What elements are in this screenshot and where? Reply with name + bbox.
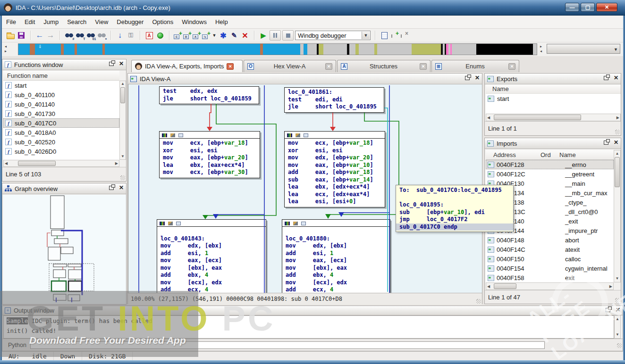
make-name-icon[interactable]: A+ <box>193 32 201 40</box>
tab-ida-view[interactable]: IDA View-A, Exports, Imports ✕ <box>131 60 243 72</box>
jump-locked-icon[interactable]: ⚿ <box>126 31 135 40</box>
navigation-band[interactable]: ⇓ <box>18 43 537 55</box>
tab-enums[interactable]: ≣ Enums ✕ <box>431 60 519 72</box>
add-breakpoint-icon[interactable]: + <box>390 32 398 40</box>
edit-icon[interactable]: ✎ <box>229 31 239 40</box>
imports-vscrollbar[interactable]: ▲ ▼ <box>614 150 621 282</box>
table-row[interactable]: 0040F128 __errno <box>486 160 614 169</box>
open-file-icon[interactable] <box>6 31 15 40</box>
search-text-icon[interactable]: T <box>75 31 84 40</box>
chevron-down-icon[interactable]: ▼ <box>362 32 370 39</box>
float-icon[interactable] <box>109 62 114 66</box>
add-xref-icon[interactable]: ✱ <box>219 31 228 40</box>
scrollbar-thumb[interactable] <box>615 157 620 187</box>
menu-file[interactable]: File <box>2 17 20 27</box>
resize-grip[interactable] <box>617 343 622 348</box>
table-row[interactable]: 0040F150 calloc <box>486 254 614 264</box>
scroll-right-icon[interactable]: ▶ <box>609 284 612 290</box>
list-item[interactable]: f sub_0_401100 <box>3 90 119 99</box>
float-icon[interactable] <box>465 76 470 80</box>
scroll-left-icon[interactable]: ◀ <box>487 284 490 290</box>
exports-column-header[interactable]: Name <box>486 84 621 94</box>
scroll-right-icon[interactable]: ▶ <box>617 115 619 121</box>
float-icon[interactable] <box>604 141 608 145</box>
functions-column-header[interactable]: Function name <box>3 71 119 81</box>
tab-structures[interactable]: A Structures ✕ <box>337 60 431 72</box>
set-colors-icon[interactable]: A <box>144 31 154 40</box>
table-row[interactable]: 0040F12C __getreent <box>486 169 614 179</box>
resize-grip[interactable] <box>120 175 125 180</box>
python-input[interactable] <box>30 341 545 349</box>
delete-icon[interactable]: ✕ <box>240 31 250 40</box>
scroll-up-icon[interactable]: ▲ <box>614 151 620 157</box>
breakpoint-list-icon[interactable] <box>380 31 389 40</box>
search-next-icon[interactable]: » <box>97 31 106 40</box>
make-code-icon[interactable]: C+ <box>174 32 182 40</box>
resize-grip[interactable] <box>615 298 620 303</box>
output-vscrollbar[interactable]: ▲ ▼ <box>614 315 621 339</box>
scrollbar-thumb[interactable] <box>494 283 516 289</box>
functions-vscrollbar[interactable]: ▲ ▼ <box>119 81 126 160</box>
list-item[interactable]: f start <box>3 81 119 90</box>
nav-scroll-left-icon[interactable]: ▸ <box>540 44 542 49</box>
scroll-left-icon[interactable]: ◀ <box>5 161 8 166</box>
table-row[interactable]: 0040F148 abort <box>486 235 614 245</box>
functions-hscrollbar[interactable]: ◀ ▶ <box>3 160 119 167</box>
float-icon[interactable] <box>109 186 114 190</box>
menu-options[interactable]: Options <box>148 17 177 27</box>
list-item[interactable]: f sub_0_402520 <box>3 137 119 147</box>
table-row[interactable]: 0040F154 cygwin_internal <box>486 264 614 273</box>
scroll-down-icon[interactable]: ▼ <box>120 154 126 159</box>
close-icon[interactable]: ✕ <box>614 140 618 145</box>
scrollbar-thumb[interactable] <box>494 115 581 120</box>
navigate-forward-icon[interactable]: → <box>46 31 55 40</box>
close-button[interactable]: ✕ <box>596 3 617 12</box>
scroll-up-icon[interactable]: ▲ <box>120 81 126 87</box>
debugger-select[interactable]: Windbg debugger ▼ <box>295 31 371 40</box>
column-name[interactable]: Name <box>559 151 576 158</box>
minimize-button[interactable]: — <box>565 3 579 12</box>
imports-hscrollbar[interactable]: ◀ ▶ <box>486 282 614 290</box>
table-row[interactable]: 0040F158 exit <box>486 273 614 282</box>
save-icon[interactable] <box>17 31 26 40</box>
search-binary-icon[interactable]: 01 <box>86 31 95 40</box>
debugger-start-icon[interactable]: ▶ <box>259 31 268 40</box>
scroll-down-icon[interactable]: ▼ <box>615 332 620 338</box>
close-icon[interactable]: ✕ <box>119 185 124 190</box>
menu-edit[interactable]: Edit <box>20 17 39 27</box>
menu-jump[interactable]: Jump <box>39 17 63 27</box>
run-analysis-icon[interactable] <box>155 31 165 40</box>
graph-overview-canvas[interactable] <box>3 195 126 304</box>
nav-handle-up-icon[interactable]: ◂ <box>5 44 7 49</box>
imports-column-headers[interactable]: Address Ord Name <box>486 150 614 160</box>
close-icon[interactable]: ✕ <box>420 63 427 70</box>
close-icon[interactable]: ✕ <box>614 75 618 80</box>
table-row[interactable]: 0040F14C atexit <box>486 245 614 254</box>
resize-grip[interactable] <box>476 299 481 304</box>
search-immediate-icon[interactable]: # <box>64 31 74 40</box>
close-icon[interactable]: ✕ <box>616 307 620 312</box>
nav-scroll-right-icon[interactable]: ◂ <box>540 49 542 53</box>
debugger-pause-icon[interactable] <box>270 30 281 41</box>
nav-range-select[interactable]: ▼ <box>547 44 620 54</box>
list-item[interactable]: f sub_0_4018A0 <box>3 128 119 137</box>
list-item[interactable]: f sub_0_401730 <box>3 109 119 118</box>
resize-grip[interactable] <box>615 130 620 134</box>
debugger-stop-icon[interactable] <box>282 30 294 41</box>
scrollbar-thumb[interactable] <box>18 161 56 166</box>
delete-breakpoint-icon[interactable]: × <box>400 32 408 40</box>
menu-search[interactable]: Search <box>63 17 91 27</box>
close-icon[interactable]: ✕ <box>325 63 332 70</box>
output-log[interactable]: Sample IDC plugin: term() has been calle… <box>3 315 614 339</box>
column-address[interactable]: Address <box>486 151 541 158</box>
jump-address-icon[interactable]: ↓ <box>115 31 125 40</box>
scroll-down-icon[interactable]: ▼ <box>614 276 620 281</box>
scroll-left-icon[interactable]: ◀ <box>487 115 490 121</box>
list-item[interactable]: start <box>486 94 621 103</box>
menu-help[interactable]: Help <box>211 17 232 27</box>
close-icon[interactable]: ✕ <box>227 63 234 70</box>
navigate-back-icon[interactable]: ← <box>35 31 44 40</box>
close-icon[interactable]: ✕ <box>119 61 124 66</box>
menu-view[interactable]: View <box>91 17 112 27</box>
column-ord[interactable]: Ord <box>541 151 559 158</box>
